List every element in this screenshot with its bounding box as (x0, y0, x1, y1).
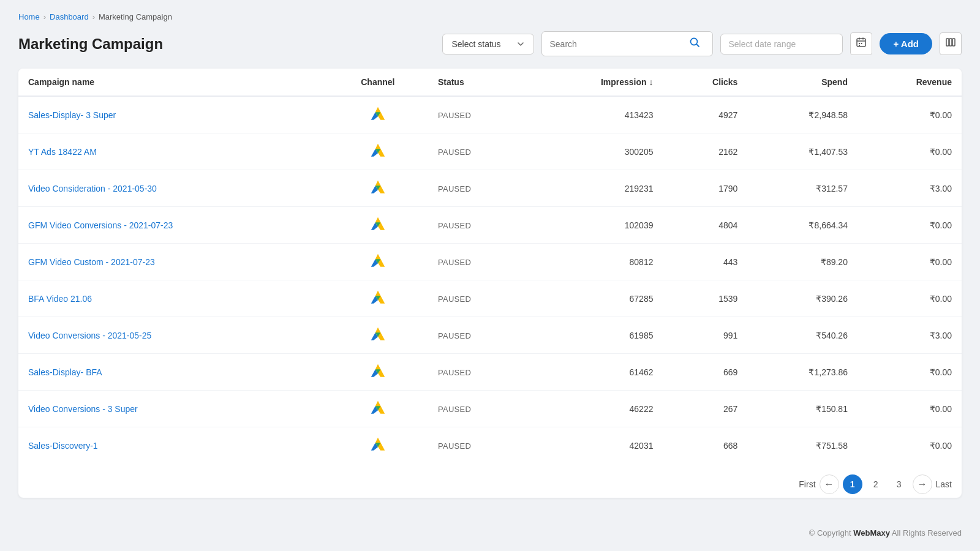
cell-name[interactable]: Sales-Discovery-1 (18, 427, 328, 464)
cell-name[interactable]: Video Conversions - 2021-05-25 (18, 317, 328, 354)
add-button[interactable]: + Add (880, 33, 932, 54)
cell-impression: 80812 (527, 244, 663, 280)
status-text: PAUSED (438, 184, 471, 193)
svg-rect-3 (861, 43, 862, 44)
cell-clicks: 1539 (663, 280, 747, 317)
cell-clicks: 4804 (663, 207, 747, 244)
cell-name[interactable]: BFA Video 21.06 (18, 280, 328, 317)
col-header-name: Campaign name (18, 69, 328, 96)
campaign-link[interactable]: GFM Video Conversions - 2021-07-23 (28, 220, 173, 230)
status-text: PAUSED (438, 111, 471, 120)
google-ads-icon (369, 105, 386, 122)
cell-spend: ₹1,407.53 (747, 133, 858, 170)
cell-name[interactable]: Video Consideration - 2021-05-30 (18, 170, 328, 207)
google-ads-icon (369, 436, 386, 453)
cell-status: PAUSED (428, 280, 527, 317)
breadcrumb-home[interactable]: Home (18, 12, 40, 21)
date-range-placeholder: Select date range (728, 39, 796, 49)
chevron-down-icon (516, 40, 525, 48)
cell-spend: ₹390.26 (747, 280, 858, 317)
col-header-impression[interactable]: Impression ↓ (527, 69, 663, 96)
cell-status: PAUSED (428, 427, 527, 464)
google-ads-icon (369, 399, 386, 416)
cell-channel (328, 354, 428, 391)
pagination-page-3[interactable]: 3 (889, 474, 909, 494)
table-row: YT Ads 18422 AM PAUSED 300205 2162 ₹1,40… (18, 133, 962, 170)
status-text: PAUSED (438, 258, 471, 267)
cell-revenue: ₹3.00 (858, 317, 962, 354)
campaign-link[interactable]: Video Conversions - 3 Super (28, 404, 138, 414)
col-header-clicks: Clicks (663, 69, 747, 96)
cell-impression: 42031 (527, 427, 663, 464)
cell-name[interactable]: GFM Video Conversions - 2021-07-23 (18, 207, 328, 244)
campaign-link[interactable]: BFA Video 21.06 (28, 294, 92, 304)
campaign-table: Campaign name Channel Status Impression … (18, 69, 962, 463)
cell-spend: ₹8,664.34 (747, 207, 858, 244)
cell-clicks: 443 (663, 244, 747, 280)
table-row: Sales-Display- 3 Super PAUSED 413423 492… (18, 96, 962, 133)
header-row: Marketing Campaign Select status Select … (18, 31, 962, 56)
status-text: PAUSED (438, 405, 471, 414)
cell-status: PAUSED (428, 317, 527, 354)
status-text: PAUSED (438, 221, 471, 230)
cell-revenue: ₹0.00 (858, 280, 962, 317)
table-row: Sales-Discovery-1 PAUSED 42031 668 ₹751.… (18, 427, 962, 464)
cell-channel (328, 317, 428, 354)
cell-spend: ₹150.81 (747, 391, 858, 427)
cell-name[interactable]: Sales-Display- 3 Super (18, 96, 328, 133)
cell-status: PAUSED (428, 133, 527, 170)
breadcrumb-sep-2: › (92, 12, 95, 21)
cell-channel (328, 280, 428, 317)
columns-icon[interactable] (940, 32, 962, 55)
table-row: GFM Video Conversions - 2021-07-23 PAUSE… (18, 207, 962, 244)
cell-name[interactable]: Video Conversions - 3 Super (18, 391, 328, 427)
cell-revenue: ₹0.00 (858, 96, 962, 133)
google-ads-icon (369, 289, 386, 306)
cell-status: PAUSED (428, 96, 527, 133)
campaign-link[interactable]: Sales-Discovery-1 (28, 441, 98, 451)
pagination-prev[interactable]: ← (820, 474, 839, 494)
cell-clicks: 267 (663, 391, 747, 427)
cell-status: PAUSED (428, 391, 527, 427)
date-range-box[interactable]: Select date range (720, 34, 843, 54)
svg-rect-6 (949, 39, 952, 46)
pagination-page-1[interactable]: 1 (843, 474, 862, 494)
breadcrumb-dashboard[interactable]: Dashboard (50, 12, 89, 21)
cell-channel (328, 207, 428, 244)
campaign-link[interactable]: YT Ads 18422 AM (28, 147, 97, 157)
cell-status: PAUSED (428, 207, 527, 244)
cell-impression: 219231 (527, 170, 663, 207)
pagination-last[interactable]: Last (936, 479, 952, 489)
svg-rect-5 (946, 39, 949, 46)
col-header-spend: Spend (747, 69, 858, 96)
cell-channel (328, 391, 428, 427)
status-select[interactable]: Select status (442, 34, 534, 54)
campaign-link[interactable]: GFM Video Custom - 2021-07-23 (28, 257, 155, 267)
footer-copyright: © Copyright WebMaxy All Rights Reserved (809, 528, 962, 538)
campaign-link[interactable]: Video Conversions - 2021-05-25 (28, 331, 151, 340)
search-input[interactable] (549, 39, 684, 49)
cell-impression: 61985 (527, 317, 663, 354)
cell-clicks: 4927 (663, 96, 747, 133)
cell-name[interactable]: YT Ads 18422 AM (18, 133, 328, 170)
col-header-channel: Channel (328, 69, 428, 96)
cell-channel (328, 96, 428, 133)
table-row: Video Conversions - 3 Super PAUSED 46222… (18, 391, 962, 427)
cell-name[interactable]: GFM Video Custom - 2021-07-23 (18, 244, 328, 280)
campaign-link[interactable]: Sales-Display- BFA (28, 367, 102, 377)
col-header-revenue: Revenue (858, 69, 962, 96)
cell-spend: ₹540.26 (747, 317, 858, 354)
google-ads-icon (369, 142, 386, 159)
calendar-icon[interactable] (850, 32, 872, 55)
svg-rect-7 (952, 39, 955, 46)
campaign-link[interactable]: Video Consideration - 2021-05-30 (28, 184, 157, 193)
cell-clicks: 668 (663, 427, 747, 464)
pagination-page-2[interactable]: 2 (866, 474, 886, 494)
pagination-first[interactable]: First (799, 479, 815, 489)
status-text: PAUSED (438, 441, 471, 451)
campaign-link[interactable]: Sales-Display- 3 Super (28, 110, 116, 120)
pagination-next[interactable]: → (913, 474, 932, 494)
google-ads-icon (369, 216, 386, 233)
svg-rect-1 (857, 39, 865, 47)
cell-name[interactable]: Sales-Display- BFA (18, 354, 328, 391)
